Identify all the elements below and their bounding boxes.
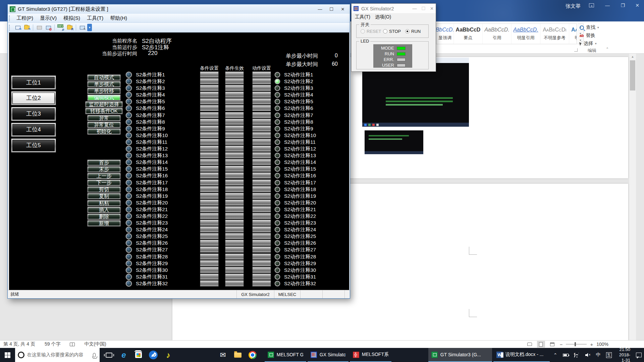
condition-set-bar[interactable] [200,180,218,185]
zoom-out-button[interactable]: − [560,342,563,347]
action-set-bar[interactable] [253,173,271,178]
zoom-in-button[interactable]: + [590,342,593,347]
action-set-bar[interactable] [253,99,271,104]
find-button[interactable]: 查找 ▾ [580,23,623,32]
condition-set-bar[interactable] [200,92,218,98]
action-set-bar[interactable] [253,153,271,158]
device-search-icon[interactable]: DEV⌕ [57,24,65,31]
microphone-icon[interactable] [93,353,96,357]
action-set-bar[interactable] [253,166,271,172]
gt-maximize-button[interactable]: ☐ [326,6,336,12]
task-button-gt-simulator[interactable]: GT Simulator3 (G... [428,348,492,362]
style-gallery-item[interactable]: AaBbCcD.引用 [483,24,512,44]
task-view-button[interactable] [102,348,116,362]
word-close-button[interactable]: ✕ [631,0,644,11]
condition-set-bar[interactable] [200,254,218,259]
wifi-icon[interactable]: * [572,348,582,362]
action-set-bar[interactable] [253,105,271,111]
condition-active-bar[interactable] [225,126,244,131]
page-indicator[interactable]: 第 4 页, 共 4 页 [3,341,35,347]
ribbon-collapse-icon[interactable]: ⌃ [606,47,609,51]
condition-active-bar[interactable] [225,85,244,91]
condition-active-bar[interactable] [225,267,244,273]
style-gallery-item[interactable]: BbCcD.显强调 [436,24,454,44]
action-set-bar[interactable] [253,274,271,280]
condition-set-bar[interactable] [200,173,218,178]
condition-set-bar[interactable] [200,227,218,232]
style-gallery-item[interactable]: AaBbCcDi明显参考 [569,24,577,44]
condition-active-bar[interactable] [225,72,244,77]
condition-active-bar[interactable] [225,173,244,178]
condition-set-bar[interactable] [200,247,218,252]
style-gallery-item[interactable]: AaBbCcD要点 [454,24,483,44]
condition-active-bar[interactable] [225,105,244,111]
action-set-bar[interactable] [253,240,271,246]
gt-menu-item-S[interactable]: 模拟(S) [60,14,83,22]
condition-set-bar[interactable] [200,186,218,192]
zoom-slider[interactable] [566,344,587,345]
action-set-bar[interactable] [253,186,271,192]
condition-active-bar[interactable] [225,166,244,172]
condition-set-bar[interactable] [200,112,218,118]
condition-active-bar[interactable] [225,254,244,259]
task-button-gx-simulator[interactable]: GX Simulator2 [308,348,348,362]
gt-menu-item-T[interactable]: 工具(T) [84,14,106,22]
taskbar-search-box[interactable]: 在这里输入你要搜索的内容 [15,348,100,362]
condition-set-bar[interactable] [200,220,218,226]
scrollbar-thumb[interactable] [630,60,635,90]
radio-stop[interactable]: STOP [383,29,401,34]
stop-simulation-icon[interactable]: ⊘ [44,24,52,31]
condition-set-bar[interactable] [200,78,218,84]
action-set-bar[interactable] [253,132,271,138]
condition-set-bar[interactable] [200,159,218,165]
action-set-bar[interactable] [253,119,271,125]
edge-button[interactable]: e [116,348,131,362]
action-set-bar[interactable] [253,85,271,91]
gt-menu-item-P[interactable]: 工程(P) [13,14,36,22]
dialog-launcher-icon[interactable] [574,48,578,52]
condition-set-bar[interactable] [200,240,218,246]
action-set-bar[interactable] [253,200,271,205]
vertical-scrollbar[interactable]: ▲ [629,54,636,340]
condition-active-bar[interactable] [225,240,244,246]
lenovo-service-button[interactable] [146,348,161,362]
gt-menu-item-H[interactable]: 帮助(H) [107,14,130,22]
condition-active-bar[interactable] [225,153,244,158]
condition-active-bar[interactable] [225,213,244,219]
condition-set-bar[interactable] [200,85,218,91]
gt-menu-item-V[interactable]: 显示(V) [37,14,60,22]
condition-set-bar[interactable] [200,146,218,152]
action-set-bar[interactable] [253,193,271,199]
action-set-bar[interactable] [253,126,271,131]
action-set-bar[interactable] [253,72,271,77]
condition-active-bar[interactable] [225,119,244,125]
condition-set-bar[interactable] [200,166,218,172]
condition-active-bar[interactable] [225,99,244,104]
select-button[interactable]: 选择 ▾ [580,40,623,48]
web-layout-button[interactable] [548,341,556,348]
gt-close-button[interactable]: ✕ [338,6,348,12]
replace-button[interactable]: ab 替换 [580,32,623,40]
ribbon-display-options-button[interactable] [584,0,599,11]
zoom-slider-thumb[interactable] [575,342,576,346]
action-set-bar[interactable] [253,139,271,145]
style-gallery-item[interactable]: AaBbCcD.明显引用 [512,24,540,44]
monitor-setup-icon[interactable]: ✎ [78,24,86,31]
hidden-icons-chevron[interactable]: ⌃ [551,348,560,362]
condition-active-bar[interactable] [225,146,244,152]
condition-active-bar[interactable] [225,247,244,252]
condition-set-bar[interactable] [200,119,218,125]
condition-active-bar[interactable] [225,112,244,118]
condition-active-bar[interactable] [225,200,244,205]
start-button[interactable] [0,348,15,362]
task-button-gt-designer[interactable]: MELSOFT GT Des... [265,348,306,362]
action-set-bar[interactable] [253,159,271,165]
resize-grip[interactable] [344,290,350,298]
action-set-bar[interactable] [253,146,271,152]
ime-language-indicator[interactable]: 中 [594,348,603,362]
action-set-bar[interactable] [253,180,271,185]
action-set-bar[interactable] [253,112,271,118]
ime-mode-indicator[interactable]: 五 [604,348,614,362]
condition-active-bar[interactable] [225,274,244,280]
language-indicator[interactable]: 中文(中国) [84,341,106,347]
